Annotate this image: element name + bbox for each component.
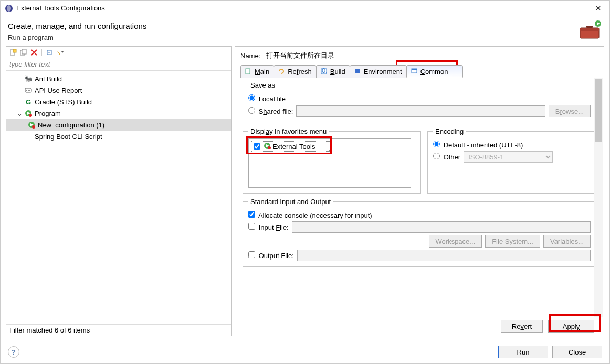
output-file-input[interactable] (297, 250, 591, 261)
delete-button[interactable] (29, 48, 39, 57)
dialog-footer: ? Run Close (1, 340, 609, 363)
filter-input[interactable] (6, 58, 231, 71)
refresh-icon (278, 68, 286, 76)
api-icon (24, 86, 33, 94)
scrollbar-thumb[interactable] (595, 79, 602, 142)
tree-item-program[interactable]: ⌄ Program (6, 108, 231, 119)
name-input[interactable] (264, 50, 598, 61)
shared-file-radio[interactable]: Shared file: (248, 107, 293, 115)
svg-rect-5 (580, 28, 599, 31)
local-file-radio[interactable]: Local file (248, 94, 286, 103)
allocate-console-check[interactable]: Allocate console (necessary for input) (248, 211, 372, 219)
svg-rect-25 (246, 69, 250, 74)
tab-refresh[interactable]: Refresh (274, 65, 317, 78)
workspace-button-in[interactable]: Workspace... (429, 235, 482, 248)
input-file-input[interactable] (292, 221, 591, 233)
duplicate-button[interactable] (19, 48, 28, 57)
revert-button[interactable]: Revert (501, 320, 543, 333)
save-as-legend: Save as (248, 81, 277, 89)
document-icon (245, 68, 253, 76)
tree-item-api-use[interactable]: API Use Report (6, 84, 231, 96)
title-bar: External Tools Configurations ✕ (1, 1, 609, 16)
left-panel: 🐜 Ant Build API Use Report G Gradle (STS… (6, 46, 232, 336)
filter-status: Filter matched 6 of 6 items (6, 324, 231, 336)
panel-icon (411, 68, 418, 75)
tree-label: Program (35, 110, 61, 117)
name-label: Name: (240, 52, 260, 60)
favorite-label: External Tools (272, 143, 315, 151)
svg-text:010: 010 (322, 68, 327, 74)
new-config-button[interactable] (8, 48, 18, 57)
apply-button[interactable]: Apply (548, 320, 594, 333)
tree-label: New_configuration (1) (38, 121, 104, 129)
favorites-list[interactable]: External Tools (248, 138, 411, 188)
header-title: Create, manage, and run configurations (8, 22, 577, 30)
stdio-legend: Standard Input and Output (248, 198, 333, 206)
encoding-select[interactable]: ISO-8859-1 (464, 151, 553, 163)
main-area: 🐜 Ant Build API Use Report G Gradle (STS… (1, 46, 609, 340)
chevron-down-icon[interactable]: ⌄ (17, 110, 22, 117)
shared-file-input[interactable] (296, 105, 545, 117)
tab-main[interactable]: Main (240, 65, 274, 78)
favorite-external-tools[interactable]: External Tools (251, 141, 330, 152)
program-icon (24, 109, 33, 117)
tabs: Main Refresh 010 Build Environment Commo… (240, 65, 598, 78)
svg-rect-10 (22, 49, 26, 54)
expand-all-button[interactable] (45, 48, 54, 57)
tree-item-new-configuration[interactable]: New_configuration (1) (6, 119, 231, 131)
encoding-group: Encoding Default - inherited (UTF-8) Oth… (427, 127, 596, 194)
encoding-legend: Encoding (433, 127, 466, 135)
right-panel: Name: Main Refresh 010 Build Environment (235, 46, 604, 336)
tab-build[interactable]: 010 Build (316, 65, 350, 78)
build-icon: 010 (321, 68, 328, 76)
name-row: Name: (240, 50, 598, 61)
tree-label: Spring Boot CLI Script (35, 133, 102, 141)
tab-common-body: Save as Local file Shared file: Browse..… (240, 78, 598, 317)
tree-item-gradle[interactable]: G Gradle (STS) Build (6, 96, 231, 108)
tab-environment[interactable]: Environment (350, 65, 407, 78)
svg-point-17 (28, 90, 29, 91)
svg-rect-30 (412, 69, 417, 70)
svg-rect-6 (586, 26, 593, 28)
gradle-icon: G (24, 98, 33, 106)
close-icon[interactable]: ✕ (591, 4, 605, 13)
blank-icon (24, 132, 33, 141)
close-button[interactable]: Close (552, 346, 602, 358)
output-file-check[interactable]: Output File: (248, 251, 294, 260)
input-file-check[interactable]: Input File: (248, 223, 289, 231)
filter-dropdown-button[interactable] (55, 48, 65, 57)
favorite-checkbox[interactable] (254, 143, 260, 150)
svg-text:🐜: 🐜 (25, 75, 32, 82)
save-as-group: Save as Local file Shared file: Browse..… (243, 81, 596, 123)
run-button[interactable]: Run (498, 346, 548, 358)
scrollbar[interactable] (594, 78, 603, 317)
tree-item-spring-boot[interactable]: Spring Boot CLI Script (6, 131, 231, 142)
encoding-default-radio[interactable]: Default - inherited (UTF-8) (433, 141, 523, 149)
svg-rect-8 (13, 49, 16, 52)
tab-common[interactable]: Common (406, 65, 464, 78)
svg-point-18 (29, 90, 30, 91)
variables-button-in[interactable]: Variables... (543, 235, 591, 248)
svg-point-24 (32, 125, 35, 129)
dialog-header: Create, manage, and run configurations R… (1, 16, 609, 46)
config-tree[interactable]: 🐜 Ant Build API Use Report G Gradle (STS… (6, 71, 231, 324)
tree-toolbar (6, 47, 231, 58)
svg-marker-13 (61, 51, 64, 53)
tree-item-ant-build[interactable]: 🐜 Ant Build (6, 73, 231, 84)
svg-rect-28 (355, 69, 360, 73)
window-title: External Tools Configurations (16, 4, 591, 12)
program-icon (264, 142, 271, 151)
encoding-other-radio[interactable]: Other (433, 153, 460, 161)
tree-label: Gradle (STS) Build (35, 98, 92, 106)
favorites-legend: Display in favorites menu (248, 127, 329, 135)
environment-icon (354, 68, 362, 76)
filesystem-button-in[interactable]: File System... (485, 235, 540, 248)
svg-point-21 (29, 114, 32, 117)
tree-label: API Use Report (35, 87, 82, 94)
help-button[interactable]: ? (8, 346, 19, 358)
header-subtitle: Run a program (8, 34, 577, 41)
browse-button[interactable]: Browse... (549, 105, 591, 117)
favorites-group: Display in favorites menu External Tools (243, 127, 421, 194)
svg-point-16 (26, 90, 27, 91)
eclipse-icon (5, 4, 13, 13)
